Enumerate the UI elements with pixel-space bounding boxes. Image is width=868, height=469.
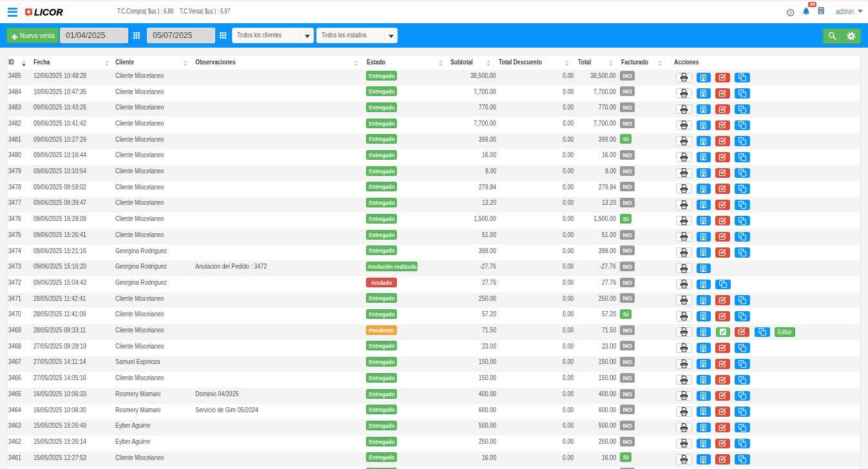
svg-text:?: ? [789, 10, 792, 15]
